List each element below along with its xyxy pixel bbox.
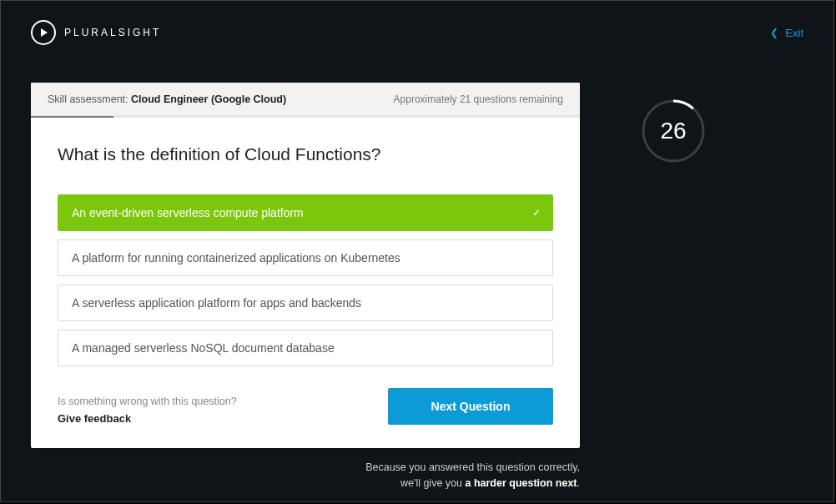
next-question-button[interactable]: Next Question bbox=[388, 388, 553, 425]
answer-option-label: A managed serverless NoSQL document data… bbox=[72, 341, 335, 355]
progress-fill bbox=[31, 116, 113, 118]
timer: 26 bbox=[640, 98, 707, 164]
exit-label: Exit bbox=[785, 27, 803, 39]
brand-name: PLURALSIGHT bbox=[64, 27, 161, 38]
pluralsight-logo-icon bbox=[31, 20, 56, 45]
feedback-prompt: Is something wrong with this question? bbox=[58, 396, 237, 407]
question-card: Skill assessment: Cloud Engineer (Google… bbox=[31, 83, 580, 448]
chevron-left-icon: ❮ bbox=[770, 27, 778, 38]
result-note-line1: Because you answered this question corre… bbox=[31, 460, 580, 476]
assessment-title: Skill assessment: Cloud Engineer (Google… bbox=[48, 93, 286, 105]
timer-seconds: 26 bbox=[640, 98, 707, 164]
answer-option-label: A serverless application platform for ap… bbox=[72, 296, 361, 310]
title-prefix: Skill assessment: bbox=[48, 93, 128, 105]
question-text: What is the definition of Cloud Function… bbox=[58, 144, 553, 164]
card-header: Skill assessment: Cloud Engineer (Google… bbox=[31, 83, 580, 116]
result-note-line2: we'll give you a harder question next. bbox=[31, 476, 580, 491]
answer-option-label: A platform for running containerized app… bbox=[72, 251, 400, 265]
answer-option[interactable]: A serverless application platform for ap… bbox=[58, 285, 553, 321]
title-name: Cloud Engineer (Google Cloud) bbox=[131, 93, 286, 105]
give-feedback-link[interactable]: Give feedback bbox=[58, 412, 237, 425]
progress-bar bbox=[31, 116, 580, 118]
brand: PLURALSIGHT bbox=[31, 20, 161, 45]
answer-option[interactable]: An event-driven serverless compute platf… bbox=[58, 194, 553, 231]
answer-option[interactable]: A managed serverless NoSQL document data… bbox=[58, 330, 553, 366]
answer-option[interactable]: A platform for running containerized app… bbox=[58, 239, 553, 276]
answer-option-label: An event-driven serverless compute platf… bbox=[72, 206, 304, 219]
result-note: Because you answered this question corre… bbox=[31, 460, 580, 491]
feedback-block: Is something wrong with this question? G… bbox=[58, 396, 237, 425]
questions-remaining: Approximately 21 questions remaining bbox=[394, 93, 563, 105]
topbar: PLURALSIGHT ❮ Exit bbox=[1, 1, 833, 64]
exit-link[interactable]: ❮ Exit bbox=[770, 27, 803, 39]
